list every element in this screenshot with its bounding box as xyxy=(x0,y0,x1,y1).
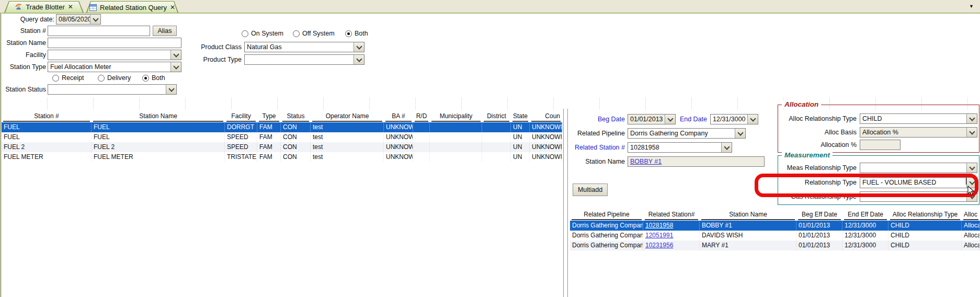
column-header[interactable]: Station Name xyxy=(700,209,796,221)
column-header[interactable]: Related Station# xyxy=(643,209,700,221)
column-header[interactable]: Beg Eff Date xyxy=(796,209,842,221)
product-class-combobox[interactable]: Natural Gas xyxy=(244,42,364,52)
station-status-label: Station Status xyxy=(0,84,46,95)
query-date-dropdown-button[interactable] xyxy=(90,15,100,24)
meas-relationship-type-label: Meas Relationship Type xyxy=(779,163,857,173)
allocation-title: Allocation xyxy=(782,100,821,108)
cell-status: CON xyxy=(281,132,311,142)
alloc-basis-combobox[interactable]: Allocation % xyxy=(860,127,977,138)
cell-station-name: FUEL xyxy=(92,132,225,142)
cell-related-pipeline: Dorris Gathering Company xyxy=(570,231,643,241)
alloc-relationship-type-dropdown-button[interactable] xyxy=(966,114,977,123)
tab-trade-blotter[interactable]: Trade Blotter ✕ xyxy=(4,1,84,13)
chevron-down-icon xyxy=(356,43,362,49)
column-header[interactable]: Related Pipeline xyxy=(570,209,643,221)
tab-label: Trade Blotter xyxy=(26,3,65,11)
radio-off-system[interactable]: Off System xyxy=(293,29,335,38)
cell-facility: DORRGT xyxy=(225,122,257,132)
meas-relationship-type-combobox[interactable] xyxy=(860,163,977,173)
allocation-pct-input[interactable] xyxy=(860,140,901,150)
cell-station-name: FUEL xyxy=(92,122,225,132)
close-tab-icon[interactable]: ✕ xyxy=(170,4,175,11)
related-station-combobox[interactable]: 10281958 xyxy=(628,142,732,153)
station-number-input[interactable] xyxy=(48,26,150,36)
related-station-link[interactable]: 10231956 xyxy=(645,242,673,249)
gas-relationship-type-combobox[interactable] xyxy=(860,191,977,202)
stations-table: Station # Station Name Facility Type Sta… xyxy=(2,111,562,162)
tab-list-dropdown-icon[interactable]: ▼ xyxy=(969,4,974,9)
table-row[interactable]: Dorris Gathering Company 12051991 DAVIDS… xyxy=(570,231,980,241)
radio-system-both[interactable]: Both xyxy=(345,29,368,38)
column-header[interactable]: Station # xyxy=(2,111,92,122)
meas-relationship-type-dropdown-button[interactable] xyxy=(966,163,977,173)
table-row[interactable]: FUEL METER FUEL METER TRISTATE FAM CON t… xyxy=(2,152,562,162)
relationship-type-combobox[interactable]: FUEL - VOLUME BASED xyxy=(860,177,977,188)
beg-date-dropdown-button[interactable] xyxy=(665,115,675,124)
station-type-combobox[interactable]: Fuel Allocation Meter xyxy=(48,62,181,72)
product-type-dropdown-button[interactable] xyxy=(354,55,364,64)
related-station-link[interactable]: 10281958 xyxy=(645,222,673,229)
related-station-link[interactable]: 12051991 xyxy=(645,232,673,239)
end-date-combobox[interactable]: 12/31/3000 xyxy=(710,114,758,124)
cell-ba-number: UNKNOWN xyxy=(384,142,413,152)
station-status-dropdown-button[interactable] xyxy=(166,85,176,94)
table-row[interactable]: FUEL 2 FUEL 2 SPEED FAM CON test UNKNOWN… xyxy=(2,142,562,152)
radio-label: Both xyxy=(355,30,368,37)
facility-combobox[interactable] xyxy=(48,50,181,60)
meas-relationship-type-value xyxy=(860,163,966,173)
alias-button[interactable]: Alias xyxy=(153,26,177,36)
column-header[interactable]: Municipality xyxy=(430,111,482,122)
related-pipeline-dropdown-button[interactable] xyxy=(735,129,745,138)
station-name-input[interactable] xyxy=(48,38,181,48)
column-header[interactable]: End Eff Date xyxy=(842,209,888,221)
radio-on-system[interactable]: On System xyxy=(242,29,283,38)
product-class-dropdown-button[interactable] xyxy=(354,42,364,52)
column-header[interactable]: Coun xyxy=(530,111,562,122)
related-station-dropdown-button[interactable] xyxy=(721,143,732,152)
multiadd-button[interactable]: Multiadd xyxy=(573,184,608,196)
query-date-combobox[interactable]: 08/05/2020 xyxy=(56,14,101,25)
column-header[interactable]: Operator Name xyxy=(311,111,384,122)
station-name-detail-label: Station Name xyxy=(556,156,625,167)
cell-ba-number: UNKNOWN xyxy=(384,132,413,142)
table-row[interactable]: FUEL FUEL SPEED FAM CON test UNKNOWN UN … xyxy=(2,132,562,142)
station-status-combobox[interactable] xyxy=(48,84,177,95)
station-name-link[interactable]: BOBBY #1 xyxy=(630,158,662,165)
column-header[interactable]: Alloc Relationship Type xyxy=(888,209,962,221)
end-date-dropdown-button[interactable] xyxy=(747,115,758,124)
column-header[interactable]: Alloc Basis xyxy=(962,209,980,221)
column-header[interactable]: R/D xyxy=(413,111,430,122)
cell-ba-number: UNKNOWN xyxy=(384,152,413,162)
column-header[interactable]: Station Name xyxy=(92,111,225,122)
radio-receipt-delivery-both[interactable]: Both xyxy=(142,74,165,82)
table-row[interactable]: Dorris Gathering Company 10231956 MARY #… xyxy=(570,241,980,250)
station-type-dropdown-button[interactable] xyxy=(170,62,181,72)
tab-related-station-query[interactable]: Related Station Query ✕ xyxy=(86,1,179,14)
radio-delivery[interactable]: Delivery xyxy=(98,74,131,82)
cell-station-number: FUEL 2 xyxy=(2,142,92,152)
table-row[interactable]: Dorris Gathering Company 10281958 BOBBY … xyxy=(570,221,980,231)
related-pipeline-combobox[interactable]: Dorris Gathering Company xyxy=(628,128,746,139)
column-header[interactable]: BA # xyxy=(384,111,413,122)
facility-label: Facility xyxy=(0,50,46,60)
alloc-relationship-type-combobox[interactable]: CHILD xyxy=(860,113,977,124)
column-header[interactable]: District xyxy=(482,111,511,122)
column-header[interactable]: Facility xyxy=(225,111,257,122)
column-header[interactable]: Status xyxy=(281,111,311,122)
facility-dropdown-button[interactable] xyxy=(170,50,181,60)
cell-operator-name: test xyxy=(311,142,384,152)
close-tab-icon[interactable]: ✕ xyxy=(68,3,73,10)
alloc-relationship-type-label: Alloc Relationship Type xyxy=(779,113,857,124)
cell-related-station-number: 10281958 xyxy=(643,221,700,231)
product-type-combobox[interactable] xyxy=(244,54,364,65)
radio-receipt[interactable]: Receipt xyxy=(52,74,84,82)
cell-operator-name: test xyxy=(311,132,384,142)
related-pipeline-value: Dorris Gathering Company xyxy=(628,129,735,138)
beg-date-combobox[interactable]: 01/01/2013 xyxy=(628,114,676,124)
table-row[interactable]: FUEL FUEL DORRGT FAM CON test UNKNOWN UN… xyxy=(2,122,562,132)
column-header[interactable]: Type xyxy=(257,111,281,122)
radio-circle-icon xyxy=(242,30,248,37)
cell-end-eff-date: 12/31/3000 xyxy=(842,231,888,241)
column-header[interactable]: State xyxy=(511,111,530,122)
alloc-basis-dropdown-button[interactable] xyxy=(966,128,977,137)
